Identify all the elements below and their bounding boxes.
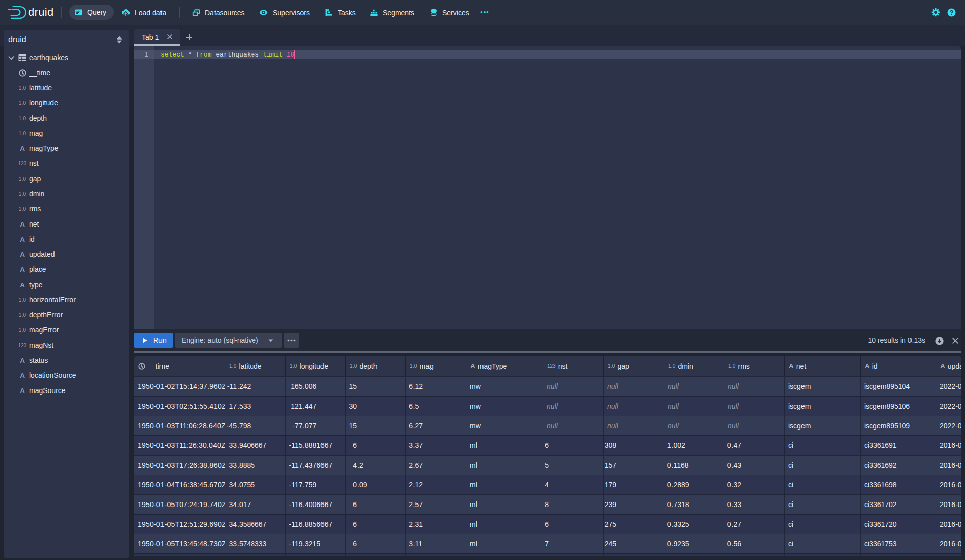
svg-text:?: ? bbox=[950, 9, 954, 16]
